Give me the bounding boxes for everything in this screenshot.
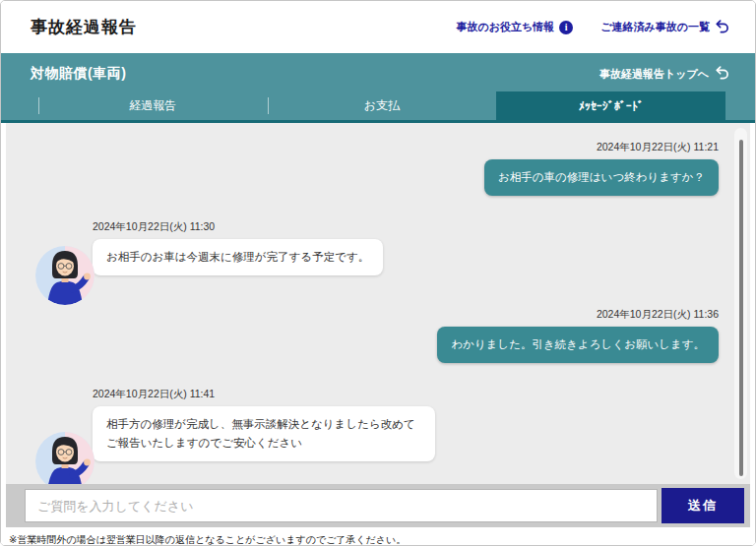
link-report-top[interactable]: 事故経過報告トップへ: [599, 66, 729, 82]
tab-bar: 経過報告 お支払 ﾒｯｾｰｼﾞﾎﾞｰﾄﾞ: [38, 91, 725, 120]
link-contacted-accidents-label: ご連絡済み事故の一覧: [600, 20, 710, 34]
message-bubble-user: お相手の車の修理はいつ終わりますか？: [484, 159, 719, 196]
message-timestamp: 2024年10月22日(火) 11:36: [597, 308, 719, 322]
message-composer: 送信: [6, 484, 750, 527]
tab-message-board[interactable]: ﾒｯｾｰｼﾞﾎﾞｰﾄﾞ: [496, 91, 725, 120]
message-timestamp: 2024年10月22日(火) 11:41: [93, 388, 719, 401]
send-button[interactable]: 送信: [662, 488, 744, 523]
chat-message-operator: 2024年10月22日(火) 11:41 相手方の修理が完成し、無事示談解決とな…: [35, 388, 719, 461]
chat-message-user: 2024年10月22日(火) 11:21 お相手の車の修理はいつ終わりますか？: [35, 141, 719, 196]
info-icon: i: [559, 21, 573, 34]
section-header-bar: 対物賠償(車両) 事故経過報告トップへ 経過報告 お支払 ﾒｯｾｰｼﾞﾎﾞｰﾄﾞ: [1, 53, 755, 123]
link-contacted-accidents-list[interactable]: ご連絡済み事故の一覧: [600, 20, 729, 35]
message-bubble-user: わかりました。引き続きよろしくお願いします。: [437, 327, 719, 363]
tab-progress-report[interactable]: 経過報告: [38, 91, 268, 120]
top-links: 事故のお役立ち情報 i ご連絡済み事故の一覧: [456, 20, 729, 35]
link-accident-info-label: 事故のお役立ち情報: [456, 20, 554, 34]
accident-report-window: 事故経過報告 事故のお役立ち情報 i ご連絡済み事故の一覧 対物賠償(車両): [0, 0, 756, 546]
undo-arrow-icon: [715, 20, 729, 35]
tab-payment[interactable]: お支払: [268, 91, 497, 120]
operator-avatar: [35, 246, 94, 305]
page-title: 事故経過報告: [31, 16, 137, 38]
chat-message-operator: 2024年10月22日(火) 11:30 お相手のお車は今週末に修理が完了する予…: [35, 220, 719, 275]
link-report-top-label: 事故経過報告トップへ: [599, 67, 709, 82]
link-accident-info[interactable]: 事故のお役立ち情報 i: [456, 20, 573, 34]
message-board-chat-area[interactable]: 2024年10月22日(火) 11:21 お相手の車の修理はいつ終わりますか？: [6, 123, 750, 484]
business-hours-note: ※営業時間外の場合は翌営業日以降の返信となることがございますのでご了承ください。: [1, 527, 755, 546]
operator-avatar: [35, 432, 94, 484]
chat-message-user: 2024年10月22日(火) 11:36 わかりました。引き続きよろしくお願いし…: [35, 308, 719, 363]
message-bubble-operator: 相手方の修理が完成し、無事示談解決となりましたら改めてご報告いたしますのでご安心…: [93, 406, 435, 461]
message-timestamp: 2024年10月22日(火) 11:30: [93, 220, 719, 234]
top-header: 事故経過報告 事故のお役立ち情報 i ご連絡済み事故の一覧: [1, 1, 755, 53]
undo-arrow-icon: [715, 66, 729, 82]
claim-section-title: 対物賠償(車両): [31, 65, 126, 83]
chat-scrollbar-track[interactable]: [734, 128, 747, 479]
message-timestamp: 2024年10月22日(火) 11:21: [597, 141, 719, 154]
chat-scrollbar-thumb[interactable]: [739, 140, 743, 476]
message-bubble-operator: お相手のお車は今週末に修理が完了する予定です。: [93, 239, 383, 275]
question-input[interactable]: [25, 489, 658, 522]
